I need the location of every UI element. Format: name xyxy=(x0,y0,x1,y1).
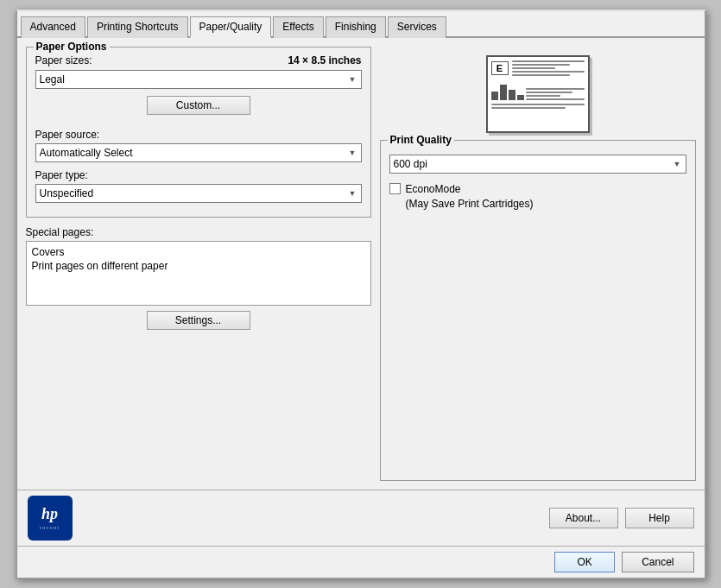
hp-text: hp xyxy=(41,505,58,523)
tab-effects[interactable]: Effects xyxy=(273,16,323,38)
paper-options-legend: Paper Options xyxy=(34,41,110,53)
preview-line-2 xyxy=(512,64,570,66)
about-button[interactable]: About... xyxy=(549,508,618,528)
preview-chart-lines xyxy=(526,88,585,100)
preview-line-1 xyxy=(512,60,585,62)
tab-paper-quality[interactable]: Paper/Quality xyxy=(190,16,272,38)
preview-footer-line-1 xyxy=(491,104,585,105)
chart-bar-3 xyxy=(509,90,515,100)
paper-source-select[interactable]: Automatically Select xyxy=(35,143,362,162)
paper-source-label: Paper source: xyxy=(35,129,362,141)
paper-size-select[interactable]: Legal xyxy=(35,70,362,89)
paper-size-value: 14 × 8.5 inches xyxy=(288,54,361,66)
economode-label: EconoMode (May Save Print Cartridges) xyxy=(406,182,534,212)
custom-button[interactable]: Custom... xyxy=(147,96,250,115)
ok-button[interactable]: OK xyxy=(554,552,615,572)
paper-options-section: Paper Options Paper sizes: 14 × 8.5 inch… xyxy=(26,47,371,218)
special-pages-label: Special pages: xyxy=(26,226,371,238)
paper-sizes-row: Paper sizes: 14 × 8.5 inches xyxy=(35,54,362,66)
special-pages-list[interactable]: Covers Print pages on different paper xyxy=(26,241,371,306)
economode-row: EconoMode (May Save Print Cartridges) xyxy=(389,182,686,212)
chart-bar-2 xyxy=(500,85,507,100)
settings-button[interactable]: Settings... xyxy=(147,311,250,330)
preview-line-3 xyxy=(512,67,555,69)
preview-header: E xyxy=(488,57,588,78)
bottom-right-buttons: About... Help xyxy=(549,508,694,528)
tab-bar: Advanced Printing Shortcuts Paper/Qualit… xyxy=(17,11,705,38)
preview-footer-lines xyxy=(488,102,588,111)
tab-services[interactable]: Services xyxy=(388,16,446,38)
dpi-select[interactable]: 600 dpi300 dpi1200 dpi xyxy=(389,155,686,174)
chart-line-4 xyxy=(526,98,585,100)
economode-checkbox[interactable] xyxy=(389,183,401,194)
special-pages-item-different-paper[interactable]: Print pages on different paper xyxy=(32,259,365,273)
chart-line-2 xyxy=(526,92,572,93)
print-quality-section: Print Quality 600 dpi300 dpi1200 dpi Eco… xyxy=(380,140,696,481)
content-area: Paper Options Paper sizes: 14 × 8.5 inch… xyxy=(17,38,705,490)
help-button[interactable]: Help xyxy=(625,508,694,528)
bottom-bar: hp invent About... Help xyxy=(17,490,705,546)
paper-sizes-label: Paper sizes: xyxy=(35,54,92,66)
cancel-button[interactable]: Cancel xyxy=(622,552,693,572)
special-pages-item-covers[interactable]: Covers xyxy=(32,245,365,259)
paper-size-select-row: Legal xyxy=(35,70,362,89)
preview-line-5 xyxy=(512,74,570,76)
tab-finishing[interactable]: Finishing xyxy=(326,16,386,38)
page-preview: E xyxy=(486,55,590,133)
paper-type-select-wrapper: Unspecified xyxy=(35,184,362,203)
paper-type-select[interactable]: Unspecified xyxy=(35,184,362,203)
preview-footer-line-2 xyxy=(491,107,566,109)
chart-line-1 xyxy=(526,88,585,90)
right-panel: E xyxy=(380,47,696,481)
hp-logo: hp invent xyxy=(28,496,73,541)
print-quality-legend: Print Quality xyxy=(388,134,454,146)
left-panel: Paper Options Paper sizes: 14 × 8.5 inch… xyxy=(26,47,371,481)
preview-chart-area xyxy=(488,78,588,102)
paper-source-select-wrapper: Automatically Select xyxy=(35,143,362,162)
chart-bar-1 xyxy=(491,92,498,100)
preview-text-lines xyxy=(512,60,585,76)
tab-advanced[interactable]: Advanced xyxy=(21,16,85,38)
chart-bar-4 xyxy=(517,95,524,100)
preview-line-4 xyxy=(512,71,585,73)
special-pages-section: Special pages: Covers Print pages on dif… xyxy=(26,226,371,330)
hp-invent-text: invent xyxy=(40,524,60,531)
dialog-footer: OK Cancel xyxy=(17,546,705,578)
printer-properties-dialog: Advanced Printing Shortcuts Paper/Qualit… xyxy=(16,9,706,579)
paper-type-label: Paper type: xyxy=(35,169,362,181)
preview-box: E xyxy=(380,47,696,133)
paper-size-select-wrapper: Legal xyxy=(35,70,362,89)
chart-line-3 xyxy=(526,95,561,97)
dpi-select-wrapper: 600 dpi300 dpi1200 dpi xyxy=(389,155,686,174)
preview-e-icon: E xyxy=(491,61,509,75)
tab-printing-shortcuts[interactable]: Printing Shortcuts xyxy=(87,16,188,38)
